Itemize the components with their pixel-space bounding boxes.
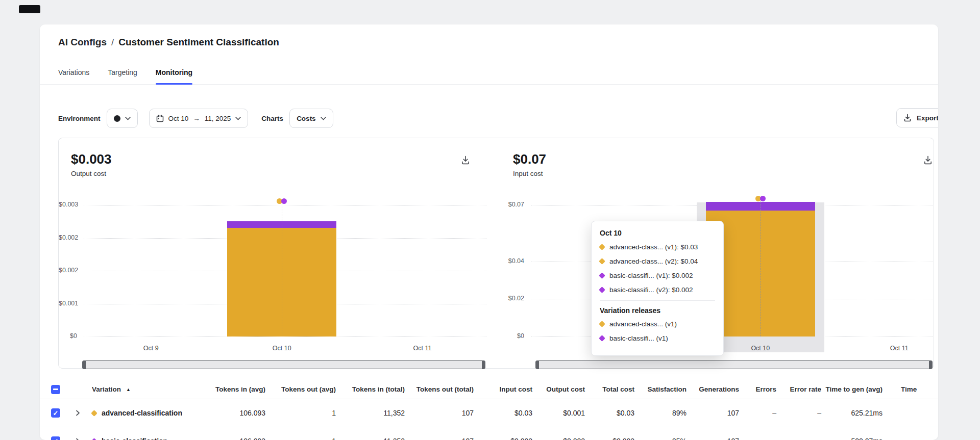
row-checkbox[interactable]: ✓ — [51, 408, 60, 418]
column-header[interactable]: Output cost — [532, 385, 585, 393]
check-mark: ✓ — [53, 438, 59, 440]
row-expander-chevron-icon[interactable] — [74, 437, 82, 440]
release-dot-basic[interactable] — [760, 196, 766, 201]
table-cell: $0.002 — [474, 437, 532, 440]
table-cell: 107 — [687, 437, 739, 440]
charts-select[interactable]: Costs — [289, 109, 333, 128]
table-row: ✓advanced-classification106.093111,35210… — [40, 399, 938, 427]
tooltip-series-item: advanced-class... (v1): $0.03 — [600, 243, 715, 251]
select-all-checkbox[interactable] — [51, 385, 60, 394]
tooltip-item-text: basic-classifi... (v1): $0.002 — [609, 272, 693, 279]
purple-diamond-icon — [599, 287, 605, 293]
column-header[interactable]: Tokens in (avg) — [184, 385, 265, 393]
release-marker-line — [282, 201, 282, 337]
charts-panel: $0.003 Output cost $0.003$0.002$0.002$0.… — [58, 138, 934, 369]
table-cell: 107 — [405, 437, 474, 440]
x-axis-tick: Oct 9 — [128, 345, 174, 352]
table-cell: $0.001 — [532, 409, 585, 417]
tooltip-item-text: basic-classifi... (v2): $0.002 — [609, 286, 693, 294]
environment-select[interactable] — [107, 109, 138, 128]
charts-select-value: Costs — [297, 115, 316, 122]
table-cell: 106.093 — [184, 409, 265, 417]
chart-download-icon[interactable] — [461, 156, 470, 165]
page-title: Customer Sentiment Classification — [118, 37, 279, 48]
column-header[interactable]: Tokens in (total) — [336, 385, 405, 393]
date-range-picker[interactable]: Oct 10 → 11, 2025 — [149, 109, 249, 128]
dark-corner-element — [19, 5, 40, 13]
environment-color-dot — [114, 115, 120, 122]
tab-targeting[interactable]: Targeting — [108, 68, 137, 84]
breadcrumb-ai-configs[interactable]: AI Configs — [58, 37, 107, 48]
tooltip-release-item: basic-classifi... (v1) — [600, 334, 715, 342]
indeterminate-mark — [53, 389, 58, 390]
filter-toolbar: Environment Oct 10 → 11, 2025 Charts Cos… — [58, 108, 938, 128]
tab-monitoring[interactable]: Monitoring — [156, 68, 192, 84]
column-header[interactable]: Tokens out (total) — [405, 385, 474, 393]
table-header-row: Variation▲Tokens in (avg)Tokens out (avg… — [40, 380, 938, 399]
release-dot-basic[interactable] — [281, 198, 287, 204]
tab-variations[interactable]: Variations — [58, 68, 89, 84]
column-header[interactable]: Error rate — [776, 385, 821, 393]
table-cell: 106.093 — [184, 437, 265, 440]
column-header[interactable]: Tokens out (avg) — [265, 385, 336, 393]
table-cell: 95% — [634, 437, 687, 440]
column-header[interactable]: Input cost — [474, 385, 532, 393]
breadcrumb: AI Configs / Customer Sentiment Classifi… — [58, 37, 279, 48]
export-csv-label: Export data as CS — [917, 114, 938, 122]
x-axis-tick: Oct 11 — [400, 345, 446, 352]
gold-diamond-icon — [599, 258, 605, 265]
output-cost-value: $0.003 — [71, 151, 112, 167]
row-expander-chevron-icon[interactable] — [74, 409, 82, 417]
column-header[interactable]: Generations — [687, 385, 739, 393]
variation-name[interactable]: advanced-classification — [102, 409, 182, 417]
column-header[interactable]: Satisfaction — [634, 385, 687, 393]
column-header[interactable]: Time to gen (avg) — [821, 385, 883, 393]
table-cell: $0.002 — [532, 437, 585, 440]
tooltip-date: Oct 10 — [600, 229, 715, 237]
table-cell: 107 — [405, 409, 474, 417]
x-axis-tick: Oct 10 — [738, 345, 783, 352]
row-checkbox[interactable]: ✓ — [51, 436, 60, 440]
y-axis-tick: $0.002 — [59, 234, 77, 241]
gridline — [84, 337, 486, 337]
variations-table: Variation▲Tokens in (avg)Tokens out (avg… — [40, 380, 938, 440]
environment-label: Environment — [58, 115, 101, 122]
breadcrumb-separator: / — [111, 37, 114, 48]
sort-ascending-icon: ▲ — [126, 387, 131, 392]
chart-tooltip: Oct 10 advanced-class... (v1): $0.03adva… — [591, 221, 724, 356]
release-marker-line — [761, 199, 761, 337]
purple-diamond-icon — [599, 272, 605, 279]
table-cell: 1 — [265, 409, 336, 417]
column-header[interactable]: Total cost — [585, 385, 634, 393]
table-cell: 11,352 — [336, 409, 405, 417]
tooltip-release-item: advanced-class... (v1) — [600, 320, 715, 328]
variation-name[interactable]: basic-classification — [102, 437, 167, 440]
tooltip-item-text: basic-classifi... (v1) — [609, 334, 668, 342]
chart-range-scrollbar[interactable] — [82, 360, 485, 369]
y-axis-tick: $0.002 — [59, 267, 77, 274]
chart-range-scrollbar[interactable] — [535, 360, 933, 369]
tooltip-item-text: advanced-class... (v1): $0.03 — [609, 243, 698, 251]
tooltip-series-item: basic-classifi... (v2): $0.002 — [600, 286, 715, 294]
tooltip-divider — [600, 300, 715, 301]
table-cell: 11,352 — [336, 437, 405, 440]
x-axis-tick: Oct 10 — [259, 345, 305, 352]
y-axis-tick: $0.02 — [485, 295, 524, 302]
y-axis-tick: $0 — [59, 332, 77, 340]
table-cell: – — [776, 437, 821, 440]
y-axis-tick: $0.07 — [485, 201, 524, 208]
table-cell: 107 — [687, 409, 739, 417]
gridline — [84, 205, 486, 205]
column-header[interactable]: Errors — [739, 385, 776, 393]
column-header-variation[interactable]: Variation — [92, 385, 121, 393]
purple-diamond-icon — [599, 335, 605, 342]
table-cell: $0.03 — [585, 409, 634, 417]
export-csv-button[interactable]: Export data as CS — [896, 108, 938, 127]
download-icon — [903, 114, 912, 122]
table-cell: – — [776, 409, 821, 417]
chart-download-icon[interactable] — [923, 156, 933, 165]
date-end: 11, 2025 — [205, 115, 231, 122]
output-cost-label: Output cost — [71, 170, 106, 177]
y-axis-tick: $0.04 — [485, 257, 524, 265]
column-header[interactable]: Time — [883, 385, 938, 393]
